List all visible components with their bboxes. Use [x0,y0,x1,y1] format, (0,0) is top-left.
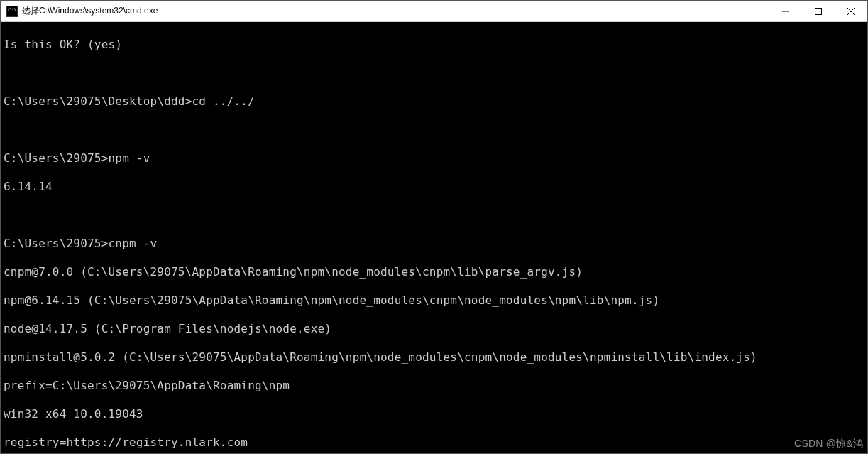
output-line: win32 x64 10.0.19043 [4,407,864,421]
window-controls [769,1,867,21]
close-icon [847,8,855,15]
app-icon [6,6,18,17]
window-title: 选择C:\Windows\system32\cmd.exe [22,5,769,17]
output-line: prefix=C:\Users\29075\AppData\Roaming\np… [4,379,864,393]
output-line: node@14.17.5 (C:\Program Files\nodejs\no… [4,322,864,336]
output-line [4,123,864,137]
close-button[interactable] [835,1,867,21]
minimize-icon [782,8,789,15]
output-line: C:\Users\29075\Desktop\ddd>cd ../../ [4,94,864,109]
output-line: registry=https://registry.nlark.com [4,436,864,450]
output-line: C:\Users\29075>npm -v [4,151,864,166]
title-bar[interactable]: 选择C:\Windows\system32\cmd.exe [1,1,867,22]
maximize-button[interactable] [802,1,835,21]
cmd-window: 选择C:\Windows\system32\cmd.exe Is this OK… [0,0,868,454]
terminal-output[interactable]: Is this OK? (yes) C:\Users\29075\Desktop… [1,22,867,453]
output-line [4,66,864,80]
watermark: CSDN @惊&鸿 [794,436,863,450]
svg-rect-1 [815,8,822,14]
output-line: C:\Users\29075>cnpm -v [4,237,864,251]
output-line: Is this OK? (yes) [4,38,864,52]
output-line: npm@6.14.15 (C:\Users\29075\AppData\Roam… [4,293,864,308]
output-line: 6.14.14 [4,180,864,194]
output-line: npminstall@5.0.2 (C:\Users\29075\AppData… [4,350,864,364]
output-line: cnpm@7.0.0 (C:\Users\29075\AppData\Roami… [4,265,864,279]
minimize-button[interactable] [769,1,802,21]
output-line [4,208,864,222]
maximize-icon [815,8,822,15]
